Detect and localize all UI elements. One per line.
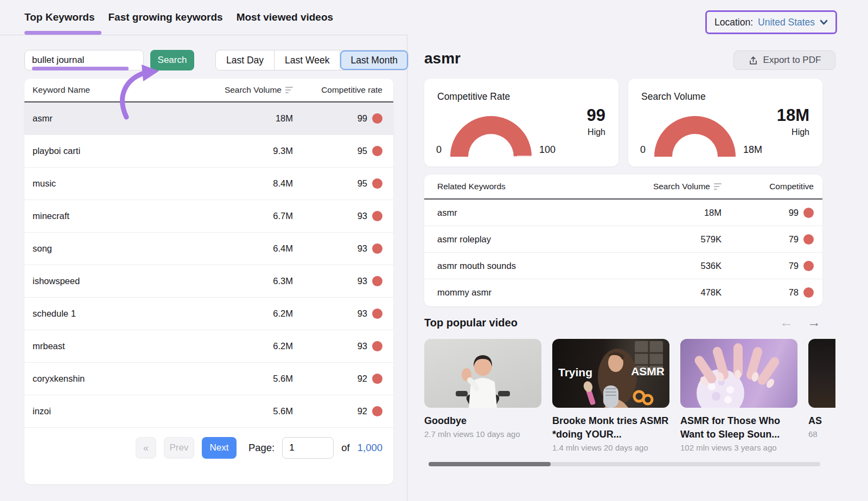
export-label: Export to PDF (763, 55, 821, 66)
video-card[interactable]: Goodbye 2.7 mln views 10 days ago (424, 339, 541, 455)
keyword-cell: asmr roleplay (437, 234, 591, 245)
gauge-level: High (792, 127, 809, 137)
table-row[interactable]: schedule 1 6.2M 93 (24, 298, 393, 330)
tab-most-viewed-videos[interactable]: Most viewed videos (237, 11, 333, 23)
filter-last-week[interactable]: Last Week (275, 50, 340, 70)
chevron-down-icon (820, 20, 828, 25)
column-competitive: Competitive (722, 182, 814, 191)
page-number-input[interactable] (282, 437, 334, 459)
rate-dot-icon (372, 146, 382, 156)
detail-keyword-title: asmr (424, 50, 461, 67)
volume-cell: 5.6M (174, 406, 293, 416)
keyword-cell: mommy asmr (437, 287, 591, 298)
page-label: Page: (248, 437, 275, 459)
export-to-pdf-button[interactable]: Export to PDF (733, 50, 835, 70)
table-row[interactable]: music 8.4M 95 (24, 168, 393, 200)
keyword-cell: asmr (437, 208, 591, 218)
volume-cell: 579K (591, 234, 722, 245)
filter-last-month[interactable]: Last Month (340, 50, 408, 70)
video-meta: 1.4 mln views 20 days ago (552, 443, 669, 452)
location-value: United States (758, 17, 815, 28)
total-pages-link[interactable]: 1,000 (358, 437, 382, 459)
tab-top-keywords[interactable]: Top Keywords (24, 11, 95, 23)
gauge-value: 99 (587, 106, 605, 125)
keyword-cell: coryxkenshin (33, 374, 174, 384)
carousel-scrollbar-thumb[interactable] (429, 462, 551, 466)
table-row[interactable]: asmr 18M 99 (24, 102, 393, 135)
sort-icon[interactable] (285, 87, 293, 94)
rate-cell: 93 (358, 309, 367, 319)
gauge-card-title: Competitive Rate (437, 91, 510, 102)
gauge-min-label: 0 (436, 144, 442, 156)
rate-dot-icon (372, 243, 382, 254)
video-title: AS (808, 414, 835, 428)
rate-cell: 93 (358, 276, 367, 286)
volume-cell: 18M (591, 208, 722, 218)
table-row[interactable]: ishowspeed 6.3M 93 (24, 265, 393, 298)
active-tab-underline-annotation (24, 31, 101, 35)
of-label: of (341, 437, 349, 459)
rate-dot-icon (372, 113, 382, 124)
thumbnail-overlay-text: ASMR (631, 365, 665, 378)
keyword-cell: song (33, 243, 174, 254)
export-icon (748, 55, 758, 66)
rate-cell: 78 (789, 287, 799, 298)
time-filter: Last Day Last Week Last Month (215, 50, 409, 70)
table-row[interactable]: coryxkenshin 5.6M 92 (24, 363, 393, 395)
gauge-level: High (588, 127, 605, 137)
column-competitive-rate: Competitive rate (293, 85, 382, 95)
related-row[interactable]: asmr 18M 99 (424, 200, 822, 226)
top-nav: Top Keywords Fast growing keywords Most … (24, 0, 333, 35)
first-page-button[interactable]: « (136, 437, 156, 459)
volume-cell: 6.7M (174, 211, 293, 221)
keyword-cell: inzoi (33, 406, 174, 416)
video-title: Brooke Monk tries ASMR *doing YOUR... (552, 414, 669, 441)
rate-cell: 93 (358, 341, 367, 351)
prev-page-button[interactable]: Prev (164, 437, 194, 459)
video-meta: 102 mln views 3 years ago (680, 443, 797, 452)
keyword-cell: music (33, 178, 174, 189)
sort-icon[interactable] (714, 183, 722, 190)
location-selector[interactable]: Location: United States (705, 10, 837, 34)
related-row[interactable]: asmr mouth sounds 536K 79 (424, 253, 822, 279)
table-row[interactable]: playboi carti 9.3M 95 (24, 135, 393, 168)
video-thumbnail (424, 339, 541, 408)
keyword-cell: asmr mouth sounds (437, 261, 591, 271)
volume-cell: 478K (591, 287, 722, 298)
competitive-rate-card: Competitive Rate 0 100 99 High (424, 79, 618, 166)
rate-cell: 99 (358, 113, 367, 124)
rate-cell: 79 (789, 234, 799, 245)
column-search-volume: Search Volume (225, 85, 282, 95)
related-row[interactable]: mommy asmr 478K 78 (424, 279, 822, 306)
table-row[interactable]: mrbeast 6.2M 93 (24, 330, 393, 363)
nav-divider (0, 35, 407, 35)
keyword-cell: asmr (33, 113, 174, 124)
rate-dot-icon (372, 276, 382, 286)
video-title: ASMR for Those Who Want to Sleep Soun... (680, 414, 797, 441)
carousel-prev-icon[interactable]: ← (780, 314, 793, 330)
rate-cell: 93 (358, 211, 367, 221)
table-row[interactable]: inzoi 5.6M 92 (24, 395, 393, 428)
video-card[interactable]: ASMR for Those Who Want to Sleep Soun...… (680, 339, 797, 455)
filter-last-day[interactable]: Last Day (216, 50, 275, 70)
table-row[interactable]: minecraft 6.7M 93 (24, 200, 393, 233)
keywords-table-header: Keyword Name Search Volume Competitive r… (24, 79, 393, 102)
table-row[interactable]: song 6.4M 93 (24, 233, 393, 265)
carousel-next-icon[interactable]: → (807, 314, 821, 330)
volume-cell: 6.2M (174, 341, 293, 351)
related-row[interactable]: asmr roleplay 579K 79 (424, 226, 822, 253)
keyword-cell: playboi carti (33, 146, 174, 156)
column-search-volume: Search Volume (653, 182, 710, 191)
volume-cell: 5.6M (174, 374, 293, 384)
next-page-button[interactable]: Next (202, 437, 237, 459)
video-card[interactable]: Trying ASMR Brooke Monk tries ASMR *doin… (552, 339, 669, 455)
rate-dot-icon (803, 287, 814, 298)
rate-dot-icon (372, 309, 382, 319)
search-button[interactable]: Search (150, 50, 194, 70)
video-thumbnail: Trying ASMR (552, 339, 669, 408)
video-card[interactable]: AS 68 (808, 339, 835, 455)
search-volume-card: Search Volume 0 18M 18M High (628, 79, 822, 166)
rate-cell: 93 (358, 243, 367, 254)
tab-fast-growing-keywords[interactable]: Fast growing keywords (108, 11, 223, 23)
rate-cell: 99 (789, 208, 799, 218)
